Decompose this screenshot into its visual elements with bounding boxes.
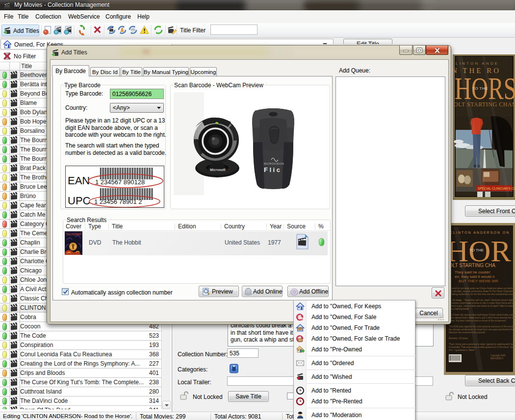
svg-text:OLT STARTING CHAM: OLT STARTING CHAM [454,101,515,108]
svg-text:Flic: Flic [264,166,282,173]
svg-text:1 23456 78901 2: 1 23456 78901 2 [94,198,142,205]
svg-text:Copyright 2005: Copyright 2005 [490,354,506,357]
svg-text:This DVD puts together the mos: This DVD puts together the most dynamic … [449,325,515,328]
svg-text:of it - I guarantee it, Mate!": of it - I guarantee it, Mate!" [449,349,475,351]
svg-text:TO THE: TO THE [472,86,488,91]
svg-text:MICROVISION: MICROVISION [264,162,284,165]
svg-text:the ultimate combination of vi: the ultimate combination of virtual fron… [449,328,514,331]
svg-text:without a gun, crack a whip an: without a gun, crack a whip and stand on… [449,305,514,307]
svg-text:in Australia. That experience: in Australia. That experience is what gu… [449,346,514,348]
svg-text:OLT STARTING CHA: OLT STARTING CHA [449,263,495,268]
svg-text:The HOBBIT: The HOBBIT [66,233,82,236]
svg-text:1 234567 890128: 1 234567 890128 [95,178,145,186]
svg-text:TO THE: TO THE [469,248,484,252]
svg-text:Runtime: 3.5 hours: Runtime: 3.5 hours [449,337,468,340]
svg-text:Discover the excitement for yo: Discover the excitement for yourself! [449,331,485,334]
svg-text:UPC: UPC [68,195,91,207]
svg-text:horsemen could break a horse t: horsemen could break a horse to ride in … [449,302,514,304]
svg-text:They said he couldn': They said he couldn' [455,270,491,274]
svg-text:You'll learn the step-by-step: You'll learn the step-by-step techniques… [449,314,515,316]
svg-text:of lasting excitement, for the: of lasting excitement, for the first tim… [449,293,515,296]
svg-text:en, they said it would n: en, they said it would n [455,274,494,279]
svg-text:mare named Sultry Safari and i: mare named Sultry Safari and in just 3 s… [449,317,515,319]
svg-text:an old adage - "those that can: an old adage - "those that can't do, tea… [449,299,515,301]
svg-text:or bend for non-stop action as: or bend for non-stop action as Clinton A… [449,287,515,290]
svg-text:Microsoft: Microsoft [210,168,226,172]
svg-text:"Feel, timing and experience i: "Feel, timing and experience is what I g… [449,343,515,346]
svg-text:every training detail!: every training detail! [449,308,469,310]
svg-text:EAN: EAN [68,174,90,187]
svg-text:horse. You won't want to miss: horse. You won't want to miss a minute o… [449,320,506,322]
svg-text:shut all odds, second consecut: shut all odds, second consecutive Road T… [449,290,515,293]
svg-text:890-62558-3: 890-62558-3 [490,357,503,360]
